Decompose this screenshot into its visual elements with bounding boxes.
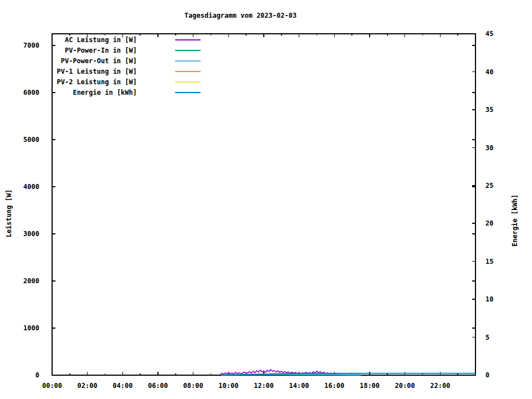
legend-label-energie-in-kwh: Energie in [kWh] [73,89,137,96]
legend-label-pv-1-leistung-in-w: PV-1 Leistung in [W] [57,68,137,75]
y-right-tick-label: 30 [485,144,493,152]
y-left-axis-title: Leistung [W] [5,190,13,238]
y-right-tick-label: 40 [485,68,493,76]
y-left-tick-label: 1000 [23,324,39,332]
y-right-tick-label: 35 [485,106,493,114]
legend-label-pv-power-in-in-w: PV-Power-In in [W] [65,47,137,54]
x-tick-label: 16:00 [324,382,344,390]
x-tick-label: 04:00 [112,382,132,390]
y-left-tick-label: 3000 [23,230,39,238]
x-tick-label: 10:00 [218,382,238,390]
x-tick-label: 08:00 [183,382,203,390]
x-tick-label: 12:00 [254,382,274,390]
y-right-tick-label: 5 [485,334,489,341]
y-left-tick-label: 0 [35,371,39,379]
plot-area: 00:0002:0004:0006:0008:0010:0012:0014:00… [0,0,532,399]
y-right-axis-title: Energie [kWh] [511,195,519,247]
x-tick-label: 14:00 [289,382,309,390]
legend-label-pv-2-leistung-in-w: PV-2 Leistung in [W] [57,78,137,86]
y-left-tick-label: 6000 [23,89,39,96]
x-tick-label: 18:00 [360,382,380,390]
x-tick-label: 02:00 [78,382,98,390]
x-tick-label: 00:00 [42,382,62,390]
chart-title: Tagesdiagramm vom 2023-02-03 [185,12,296,19]
y-left-tick-label: 7000 [23,42,39,49]
legend-label-ac-leistung-in-w: AC Leistung in [W] [65,36,137,44]
y-right-tick-label: 0 [485,371,489,379]
y-right-tick-label: 25 [485,182,493,190]
x-tick-label: 06:00 [148,382,168,390]
y-right-tick-label: 15 [485,258,493,265]
y-left-tick-label: 5000 [23,136,39,144]
y-left-tick-label: 2000 [23,277,39,285]
y-left-tick-label: 4000 [23,183,39,191]
y-right-tick-label: 20 [485,219,493,227]
x-tick-label: 20:00 [395,382,415,390]
x-tick-label: 22:00 [430,382,450,390]
legend-label-pv-power-out-in-w: PV-Power-Out in [W] [61,57,137,65]
y-right-tick-label: 10 [485,295,493,303]
y-right-tick-label: 45 [485,30,493,38]
